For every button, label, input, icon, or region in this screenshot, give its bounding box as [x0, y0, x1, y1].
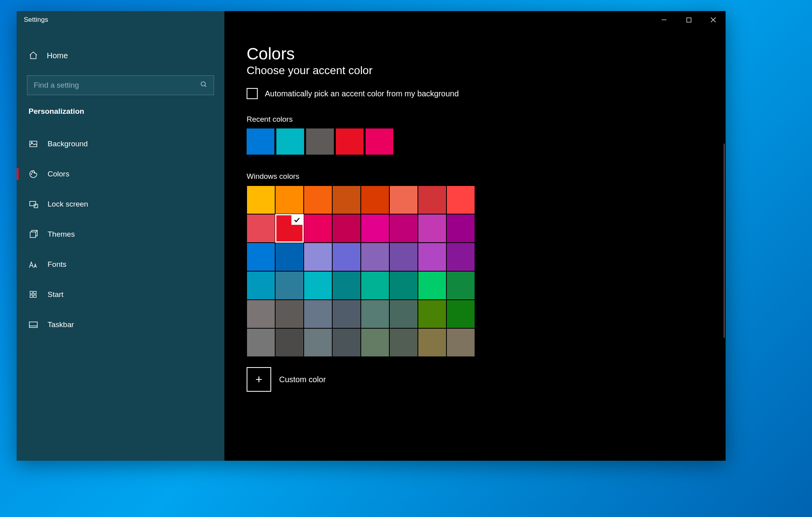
- nav-item-start[interactable]: Start: [17, 282, 224, 307]
- color-swatch[interactable]: [361, 186, 389, 214]
- color-swatch[interactable]: [247, 300, 275, 328]
- color-swatch[interactable]: [446, 186, 475, 214]
- color-swatch[interactable]: [446, 214, 475, 243]
- color-swatch[interactable]: [332, 300, 361, 328]
- svg-point-9: [32, 172, 33, 172]
- home-label: Home: [47, 51, 68, 60]
- check-icon: [291, 215, 303, 225]
- lockscreen-icon: [29, 199, 38, 209]
- color-swatch[interactable]: [389, 186, 418, 214]
- recent-color-swatch[interactable]: [366, 128, 393, 155]
- color-swatch[interactable]: [275, 328, 304, 357]
- nav-label: Start: [48, 290, 63, 299]
- color-swatch[interactable]: [389, 243, 418, 271]
- color-swatch[interactable]: [418, 300, 446, 328]
- color-swatch[interactable]: [418, 243, 446, 271]
- page-subtitle: Choose your accent color: [247, 64, 703, 77]
- maximize-button[interactable]: [676, 11, 701, 29]
- color-swatch[interactable]: [446, 300, 475, 328]
- nav-item-themes[interactable]: Themes: [17, 222, 224, 247]
- color-swatch[interactable]: [389, 328, 418, 357]
- nav-item-taskbar[interactable]: Taskbar: [17, 312, 224, 337]
- color-swatch[interactable]: [332, 328, 361, 357]
- color-swatch[interactable]: [361, 214, 389, 243]
- color-swatch[interactable]: [418, 328, 446, 357]
- color-swatch[interactable]: [361, 300, 389, 328]
- color-swatch[interactable]: [304, 243, 332, 271]
- recent-colors-label: Recent colors: [247, 115, 703, 124]
- svg-rect-15: [34, 291, 36, 294]
- close-button[interactable]: [701, 11, 726, 29]
- nav-item-lock-screen[interactable]: Lock screen: [17, 192, 224, 216]
- color-swatch[interactable]: [389, 300, 418, 328]
- recent-color-swatch[interactable]: [306, 128, 334, 155]
- nav-item-background[interactable]: Background: [17, 132, 224, 156]
- svg-rect-14: [30, 291, 33, 294]
- recent-color-swatch[interactable]: [336, 128, 364, 155]
- color-swatch[interactable]: [304, 328, 332, 357]
- sidebar: Home Personalization BackgroundColorsLoc…: [17, 29, 224, 461]
- svg-rect-16: [30, 295, 33, 297]
- color-swatch[interactable]: [275, 186, 304, 214]
- start-icon: [29, 290, 38, 299]
- taskbar-icon: [29, 320, 38, 329]
- svg-point-7: [31, 142, 33, 144]
- color-swatch[interactable]: [304, 271, 332, 300]
- home-button[interactable]: Home: [17, 44, 224, 67]
- color-swatch[interactable]: [418, 214, 446, 243]
- auto-accent-checkbox[interactable]: Automatically pick an accent color from …: [247, 88, 703, 99]
- custom-color-button[interactable]: + Custom color: [247, 367, 703, 392]
- search-box[interactable]: [27, 75, 214, 95]
- window-controls: [652, 11, 726, 29]
- svg-line-5: [205, 85, 206, 87]
- nav-label: Background: [48, 140, 88, 148]
- scrollbar-thumb[interactable]: [724, 144, 725, 338]
- windows-colors-label: Windows colors: [247, 172, 703, 181]
- palette-icon: [29, 169, 38, 179]
- recent-color-swatch[interactable]: [276, 128, 304, 155]
- color-swatch[interactable]: [304, 214, 332, 243]
- color-swatch[interactable]: [332, 186, 361, 214]
- svg-rect-11: [30, 201, 36, 206]
- color-swatch[interactable]: [332, 271, 361, 300]
- svg-point-10: [34, 172, 35, 173]
- home-icon: [29, 51, 38, 60]
- color-swatch[interactable]: [275, 271, 304, 300]
- color-swatch[interactable]: [389, 271, 418, 300]
- search-icon: [200, 81, 207, 90]
- color-swatch[interactable]: [247, 186, 275, 214]
- plus-icon: +: [247, 367, 271, 392]
- color-swatch[interactable]: [446, 243, 475, 271]
- color-swatch[interactable]: [418, 186, 446, 214]
- nav-label: Colors: [48, 170, 69, 178]
- color-swatch[interactable]: [332, 214, 361, 243]
- checkbox-box: [247, 88, 258, 99]
- color-swatch[interactable]: [247, 243, 275, 271]
- color-swatch[interactable]: [247, 214, 275, 243]
- color-swatch[interactable]: [304, 186, 332, 214]
- nav-item-fonts[interactable]: Fonts: [17, 252, 224, 277]
- color-swatch[interactable]: [304, 300, 332, 328]
- color-swatch[interactable]: [446, 271, 475, 300]
- color-swatch[interactable]: [247, 328, 275, 357]
- window-title: Settings: [24, 16, 48, 24]
- color-swatch[interactable]: [247, 271, 275, 300]
- nav-label: Lock screen: [48, 200, 88, 209]
- color-swatch[interactable]: [275, 243, 304, 271]
- recent-color-swatch[interactable]: [247, 128, 274, 155]
- color-swatch[interactable]: [275, 214, 304, 243]
- color-swatch[interactable]: [418, 271, 446, 300]
- color-swatch[interactable]: [361, 328, 389, 357]
- search-input[interactable]: [34, 81, 200, 90]
- color-swatch[interactable]: [275, 300, 304, 328]
- color-swatch[interactable]: [332, 243, 361, 271]
- color-swatch[interactable]: [361, 243, 389, 271]
- custom-color-label: Custom color: [279, 375, 326, 384]
- color-swatch[interactable]: [389, 214, 418, 243]
- color-swatch[interactable]: [446, 328, 475, 357]
- nav-label: Taskbar: [48, 320, 74, 329]
- color-swatch[interactable]: [361, 271, 389, 300]
- minimize-button[interactable]: [652, 11, 676, 29]
- nav-item-colors[interactable]: Colors: [17, 162, 224, 186]
- main-content: Colors Choose your accent color Automati…: [224, 29, 726, 461]
